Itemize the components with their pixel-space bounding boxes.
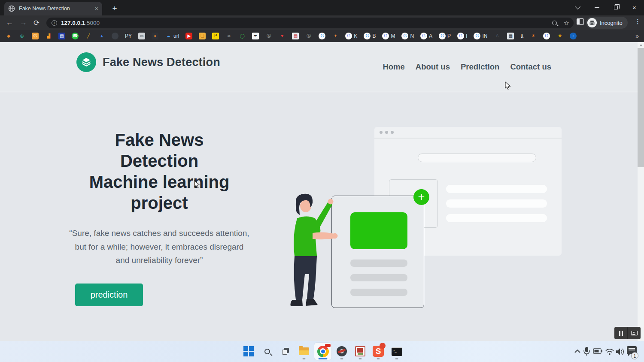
bookmark-favicon: ◦	[570, 33, 577, 39]
nav-link[interactable]: About us	[416, 62, 450, 72]
url-port: :5000	[85, 20, 100, 26]
minimize-button[interactable]	[587, 0, 607, 15]
bookmark-item[interactable]: G	[543, 33, 550, 39]
bookmark-favicon: ╱	[85, 33, 92, 39]
picture-manager-button[interactable]	[352, 343, 369, 360]
bookmark-item[interactable]: ◯	[239, 33, 246, 39]
bookmark-item[interactable]: ▦	[507, 33, 514, 39]
notification-count-badge[interactable]: 1	[631, 352, 638, 359]
system-tray[interactable]	[572, 345, 626, 359]
bookmark-favicon: ☀	[530, 33, 537, 39]
snapshot-button[interactable]	[627, 327, 641, 339]
bookmark-item[interactable]: ∞	[225, 33, 232, 39]
bookmark-item[interactable]: G N	[401, 33, 414, 39]
forward-button[interactable]: →	[20, 18, 27, 27]
side-panel-icon[interactable]	[577, 18, 584, 25]
zoom-icon[interactable]	[552, 21, 557, 25]
picture-icon	[355, 346, 365, 356]
bookmark-item[interactable]: ☎	[72, 33, 79, 39]
bookmark-favicon	[112, 33, 118, 39]
plus-icon: +	[413, 189, 429, 205]
camera-app-button[interactable]	[333, 343, 350, 360]
bookmark-item[interactable]: G I	[457, 33, 467, 39]
window-close-button[interactable]: ×	[625, 0, 644, 15]
bookmark-favicon: ❖	[556, 33, 563, 39]
site-logo[interactable]	[76, 52, 96, 72]
bookmark-item[interactable]: ❖	[556, 33, 563, 39]
bookmark-favicon: P	[212, 33, 219, 39]
new-tab-button[interactable]: +	[109, 3, 120, 14]
taskbar: S	[0, 341, 644, 362]
bookmark-item[interactable]: ◆	[5, 33, 12, 39]
bookmark-item[interactable]: ☀	[530, 33, 537, 39]
bookmark-item[interactable]: G B	[364, 33, 376, 39]
bookmark-item[interactable]: G A	[420, 33, 432, 39]
task-view-button[interactable]	[277, 343, 294, 360]
bookmark-item[interactable]: G K	[345, 33, 357, 39]
bookmark-item[interactable]: G	[319, 33, 325, 39]
pause-button[interactable]	[614, 327, 627, 339]
bookmark-favicon: G	[32, 33, 39, 39]
bookmark-item[interactable]: ✒	[252, 33, 259, 39]
bookmark-item[interactable]: ◎	[18, 33, 25, 39]
bookmark-item[interactable]	[112, 33, 118, 39]
tab-close-icon[interactable]: ×	[95, 6, 98, 12]
browser-menu-button[interactable]: ⋮	[635, 18, 641, 25]
file-explorer-button[interactable]	[295, 343, 313, 360]
address-bar[interactable]: i 127.0.0.1 :5000 ☆	[46, 18, 574, 28]
hero-heading: Fake NewsDetectionMachine learningprojec…	[71, 130, 248, 214]
bookmark-item[interactable]: Ⓢ	[265, 33, 272, 39]
restore-button[interactable]	[606, 0, 626, 15]
bookmark-item[interactable]: tt	[520, 33, 523, 39]
page-title: Fake News Detection	[103, 56, 220, 69]
bookmark-item[interactable]: ╱	[85, 33, 92, 39]
bookmark-item[interactable]: ❏	[199, 33, 206, 39]
bookmark-item[interactable]: P	[212, 33, 219, 39]
bookmark-item[interactable]: G IN	[474, 33, 487, 39]
start-button[interactable]	[240, 343, 257, 360]
minimize-icon	[595, 7, 599, 8]
bookmark-item[interactable]: ♦	[152, 33, 158, 39]
scrollbar-thumb[interactable]	[638, 48, 644, 167]
bookmark-item[interactable]: ▟	[45, 33, 52, 39]
nav-link[interactable]: Contact us	[510, 62, 551, 72]
bookmarks-overflow-icon[interactable]: »	[635, 33, 639, 39]
bookmark-item[interactable]: ▤	[58, 33, 65, 39]
bookmark-item[interactable]: ▶	[185, 33, 192, 39]
bookmark-item[interactable]: G	[32, 33, 39, 39]
bookmark-item[interactable]: G P	[439, 33, 451, 39]
bookmark-item[interactable]: PY	[125, 33, 132, 39]
hero-heading-line: Fake News	[71, 130, 248, 151]
bookmark-item[interactable]: ☁ url	[165, 33, 179, 39]
bookmark-favicon: G	[420, 33, 427, 39]
page-viewport: Fake News Detection HomeAbout usPredicti…	[0, 42, 638, 341]
bookmark-star-icon[interactable]: ☆	[564, 19, 569, 27]
browser-tab[interactable]: Fake News Detection ×	[4, 2, 102, 15]
bookmark-item[interactable]: Ⓢ	[305, 33, 312, 39]
nav-link[interactable]: Prediction	[461, 62, 499, 72]
snagit-button[interactable]: S	[370, 343, 387, 360]
tab-search-button[interactable]	[568, 0, 587, 15]
mouse-cursor	[194, 180, 200, 189]
bookmark-item[interactable]: ◦	[570, 33, 577, 39]
bookmark-item[interactable]: ▲	[98, 33, 105, 39]
scrollbar-up-arrow[interactable]	[639, 44, 643, 46]
back-button[interactable]: ←	[6, 18, 13, 27]
bookmark-item[interactable]: ▭	[138, 33, 145, 39]
bookmark-favicon: ▲	[98, 33, 105, 39]
chrome-button[interactable]	[314, 343, 331, 360]
taskbar-search-button[interactable]	[258, 343, 276, 360]
page-scrollbar[interactable]	[638, 42, 644, 341]
incognito-badge: Incognito	[586, 17, 628, 29]
prediction-button[interactable]: prediction	[75, 284, 143, 306]
bookmark-item[interactable]: ▤	[292, 33, 299, 39]
reload-button[interactable]: ⟳	[33, 18, 39, 27]
bookmark-favicon: ☁	[165, 33, 172, 39]
bookmark-item[interactable]: G M	[382, 33, 395, 39]
bookmark-item[interactable]: Λ	[494, 33, 501, 39]
site-info-icon[interactable]: i	[52, 20, 57, 26]
bookmark-item[interactable]: ♥	[279, 33, 286, 39]
nav-link[interactable]: Home	[383, 62, 404, 72]
bookmark-item[interactable]: ✦	[332, 33, 339, 39]
terminal-button[interactable]	[388, 343, 405, 360]
